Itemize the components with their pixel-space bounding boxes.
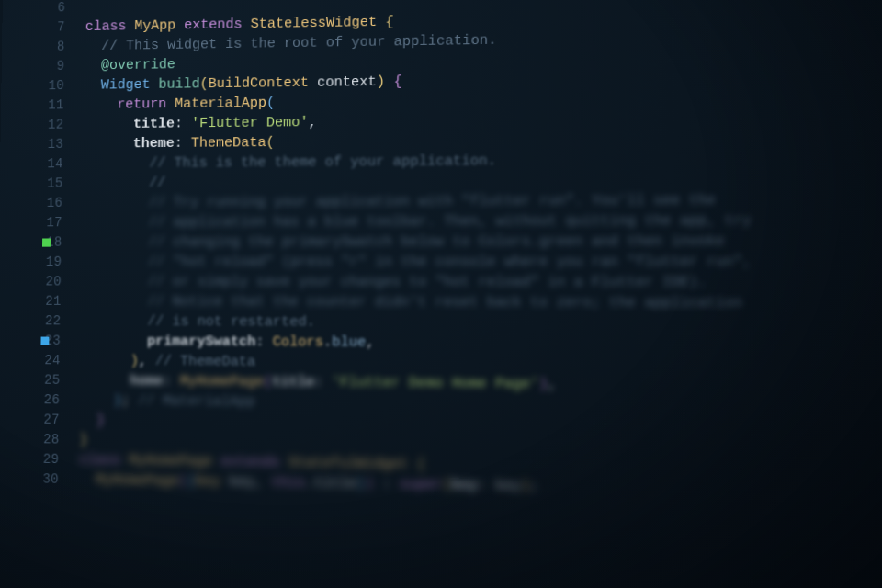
gutter-row: 21 (0, 291, 82, 311)
line-number: 26 (44, 390, 61, 411)
gutter-row: 30 (0, 469, 79, 490)
line-number: 13 (48, 135, 64, 154)
line-number: 6 (57, 0, 65, 17)
line-number: 12 (48, 115, 64, 134)
line-number: 27 (43, 410, 60, 430)
gutter-row: 27 (0, 410, 80, 430)
line-number: 22 (45, 311, 62, 332)
gutter-row: 26 (0, 390, 80, 410)
gutter-row: 16 (0, 194, 83, 214)
gutter-row: 28 (0, 429, 80, 450)
gutter-row: 13 (0, 134, 84, 154)
code-line[interactable]: // Notice that the counter didn't reset … (82, 292, 882, 314)
gutter-row: 23 (0, 331, 81, 351)
gutter-row: 8 (2, 37, 85, 58)
gutter-row: 15 (0, 174, 84, 194)
code-line[interactable]: // changing the primarySwatch below to C… (82, 231, 882, 252)
gutter-row: 22 (0, 311, 82, 332)
line-number: 14 (47, 154, 63, 174)
gutter-row: 19 (0, 253, 82, 272)
gutter-row: 14 (0, 154, 84, 175)
gutter-row: 10 (1, 76, 85, 96)
gutter-row: 17 (0, 213, 83, 233)
gutter-row: 18 (0, 232, 83, 252)
code-line[interactable]: // Try running your application with "fl… (83, 189, 882, 213)
line-number: 15 (47, 174, 63, 193)
code-line[interactable]: // or simply save your changes to "hot r… (82, 272, 882, 293)
line-number: 7 (57, 17, 65, 37)
gutter-row: 24 (0, 351, 81, 371)
line-number: 11 (48, 96, 64, 115)
line-number: 9 (57, 57, 65, 76)
line-number: 24 (44, 351, 61, 371)
gutter-row: 11 (1, 96, 85, 116)
line-number: 29 (43, 449, 60, 469)
line-number: 8 (57, 37, 65, 56)
gutter-row: 7 (2, 17, 85, 39)
line-number: 28 (43, 430, 60, 450)
gutter-mark (42, 238, 51, 246)
code-editor[interactable]: 6789101112131415161718192021222324252627… (0, 0, 882, 588)
line-number: 10 (49, 76, 65, 96)
code-line[interactable]: // "hot reload" (press "r" in the consol… (82, 252, 882, 273)
line-number: 20 (45, 272, 62, 291)
line-number: 25 (44, 370, 61, 390)
gutter-mark (40, 337, 49, 345)
gutter-row: 9 (2, 56, 85, 76)
gutter-row: 20 (0, 272, 82, 292)
code-area[interactable]: class MyApp extends StatelessWidget { //… (77, 0, 882, 588)
line-number: 19 (46, 253, 62, 272)
code-line[interactable]: // application has a blue toolbar. Then,… (83, 210, 882, 233)
line-number: 30 (42, 469, 59, 490)
gutter-row: 12 (1, 115, 85, 135)
gutter-row: 29 (0, 449, 80, 470)
line-number: 21 (45, 292, 62, 311)
line-number-gutter: 6789101112131415161718192021222324252627… (0, 0, 85, 588)
line-number: 17 (46, 213, 62, 232)
gutter-row: 25 (0, 370, 81, 390)
gutter-row: 6 (3, 0, 86, 18)
line-number: 16 (47, 194, 63, 213)
